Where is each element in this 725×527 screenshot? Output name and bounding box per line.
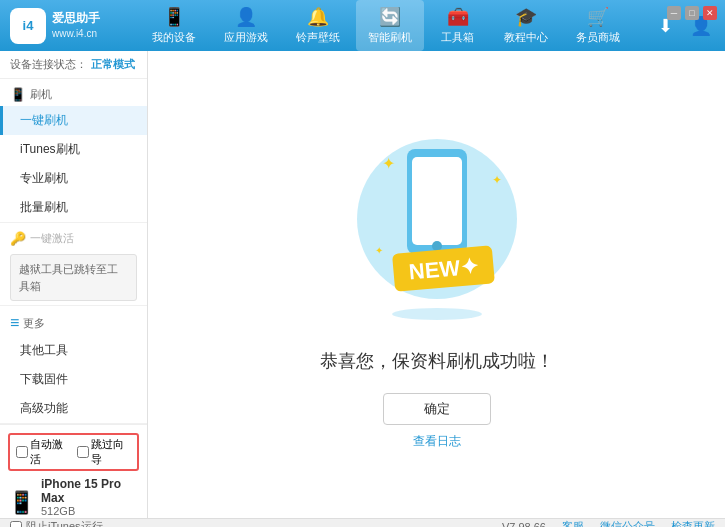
service-label: 务员商城: [576, 30, 620, 45]
check-update-link[interactable]: 检查更新: [671, 519, 715, 527]
sidebar-section-more: ≡ 更多 其他工具 下载固件 高级功能: [0, 306, 147, 424]
header: i4 爱思助手 www.i4.cn 📱 我的设备 👤 应用游戏 🔔 铃声壁纸 🔄: [0, 0, 725, 51]
sidebar-item-pro-flash[interactable]: 专业刷机: [0, 164, 147, 193]
tutorial-icon: 🎓: [515, 6, 537, 28]
flash-section-label: 刷机: [30, 87, 52, 102]
service-icon: 🛒: [587, 6, 609, 28]
main-area: 设备连接状态： 正常模式 📱 刷机 一键刷机 iTunes刷机 专业刷机: [0, 51, 725, 518]
itunes-block-checkbox[interactable]: [10, 521, 22, 528]
status-bar: 设备连接状态： 正常模式: [0, 51, 147, 79]
my-device-label: 我的设备: [152, 30, 196, 45]
smart-flash-icon: 🔄: [379, 6, 401, 28]
toolbox-label: 工具箱: [441, 30, 474, 45]
more-section-header: ≡ 更多: [0, 306, 147, 336]
nav-smart-flash[interactable]: 🔄 智能刷机: [356, 0, 424, 51]
sidebar-section-flash: 📱 刷机 一键刷机 iTunes刷机 专业刷机 批量刷机: [0, 79, 147, 223]
app-game-icon: 👤: [235, 6, 257, 28]
tutorial-label: 教程中心: [504, 30, 548, 45]
wechat-link[interactable]: 微信公众号: [600, 519, 655, 527]
logo-area: i4 爱思助手 www.i4.cn: [10, 8, 120, 44]
more-section-icon: ≡: [10, 314, 19, 332]
app-game-label: 应用游戏: [224, 30, 268, 45]
illustration-svg: ✦ ✦ ✦ NEW✦: [327, 119, 547, 339]
close-button[interactable]: ✕: [703, 6, 717, 20]
more-section-label: 更多: [23, 316, 45, 331]
footer-left: 阻止iTunes运行: [10, 519, 103, 527]
footer-right: V7.98.66 客服 微信公众号 检查更新: [502, 519, 715, 527]
svg-point-3: [432, 241, 442, 251]
nav-tabs: 📱 我的设备 👤 应用游戏 🔔 铃声壁纸 🔄 智能刷机 🧰 工具箱 🎓: [120, 0, 651, 51]
sidebar-section-activate: 🔑 一键激活 越狱工具已跳转至工具箱: [0, 223, 147, 306]
sidebar-item-itunes-flash[interactable]: iTunes刷机: [0, 135, 147, 164]
sidebar-item-advanced[interactable]: 高级功能: [0, 394, 147, 423]
nav-service[interactable]: 🛒 务员商城: [564, 0, 632, 51]
checkbox-highlight-area: 自动激活 跳过向导: [8, 433, 139, 471]
nav-tutorial[interactable]: 🎓 教程中心: [492, 0, 560, 51]
auto-activate-checkbox-container: 自动激活: [16, 437, 71, 467]
activate-notice: 越狱工具已跳转至工具箱: [10, 254, 137, 301]
itunes-label: 阻止iTunes运行: [26, 519, 103, 527]
svg-text:✦: ✦: [492, 173, 502, 187]
status-mode: 正常模式: [91, 57, 135, 72]
auto-activate-label[interactable]: 自动激活: [30, 437, 71, 467]
logo-name: 爱思助手: [52, 10, 100, 27]
device-name: iPhone 15 Pro Max: [41, 477, 139, 505]
other-tools-label: 其他工具: [20, 343, 68, 357]
maximize-button[interactable]: □: [685, 6, 699, 20]
log-link[interactable]: 查看日志: [413, 433, 461, 450]
minimize-button[interactable]: ─: [667, 6, 681, 20]
sidebar-item-onekey-flash[interactable]: 一键刷机: [0, 106, 147, 135]
confirm-button[interactable]: 确定: [383, 393, 491, 425]
nav-ringtone[interactable]: 🔔 铃声壁纸: [284, 0, 352, 51]
svg-rect-2: [412, 157, 462, 245]
smart-flash-label: 智能刷机: [368, 30, 412, 45]
flash-section-icon: 📱: [10, 87, 26, 102]
nav-my-device[interactable]: 📱 我的设备: [140, 0, 208, 51]
activate-section-icon: 🔑: [10, 231, 26, 246]
device-info-row: 📱 iPhone 15 Pro Max 512GB iPhone: [8, 477, 139, 518]
flash-section-header: 📱 刷机: [0, 79, 147, 106]
skip-guide-label[interactable]: 跳过向导: [91, 437, 132, 467]
device-phone-icon: 📱: [8, 490, 35, 516]
device-storage: 512GB: [41, 505, 139, 517]
logo-url: www.i4.cn: [52, 27, 100, 41]
footer: 阻止iTunes运行 V7.98.66 客服 微信公众号 检查更新: [0, 518, 725, 527]
nav-toolbox[interactable]: 🧰 工具箱: [428, 0, 488, 51]
toolbox-icon: 🧰: [447, 6, 469, 28]
advanced-label: 高级功能: [20, 401, 68, 415]
svg-text:✦: ✦: [375, 245, 383, 256]
sidebar-item-other-tools[interactable]: 其他工具: [0, 336, 147, 365]
auto-activate-checkbox[interactable]: [16, 446, 28, 458]
my-device-icon: 📱: [163, 6, 185, 28]
logo-icon: i4: [10, 8, 46, 44]
itunes-flash-label: iTunes刷机: [20, 142, 80, 156]
onekey-flash-label: 一键刷机: [20, 113, 68, 127]
svg-point-9: [392, 308, 482, 320]
sidebar-item-download-firmware[interactable]: 下载固件: [0, 365, 147, 394]
nav-app-game[interactable]: 👤 应用游戏: [212, 0, 280, 51]
phone-illustration: ✦ ✦ ✦ NEW✦: [327, 119, 547, 339]
download-firmware-label: 下载固件: [20, 372, 68, 386]
sidebar-item-batch-flash[interactable]: 批量刷机: [0, 193, 147, 222]
logo-text: 爱思助手 www.i4.cn: [52, 10, 100, 41]
success-text: 恭喜您，保资料刷机成功啦！: [320, 349, 554, 373]
activate-notice-text: 越狱工具已跳转至工具箱: [19, 263, 118, 292]
status-label: 设备连接状态：: [10, 57, 87, 72]
version-label: V7.98.66: [502, 521, 546, 528]
batch-flash-label: 批量刷机: [20, 200, 68, 214]
pro-flash-label: 专业刷机: [20, 171, 68, 185]
customer-service-link[interactable]: 客服: [562, 519, 584, 527]
content-area: ✦ ✦ ✦ NEW✦ 恭喜您，保资料刷机成功啦！ 确定 查看日志: [148, 51, 725, 518]
ringtone-label: 铃声壁纸: [296, 30, 340, 45]
ringtone-icon: 🔔: [307, 6, 329, 28]
device-details: iPhone 15 Pro Max 512GB iPhone: [41, 477, 139, 518]
activate-section-label: 一键激活: [30, 231, 74, 246]
svg-text:✦: ✦: [382, 155, 395, 172]
sidebar: 设备连接状态： 正常模式 📱 刷机 一键刷机 iTunes刷机 专业刷机: [0, 51, 148, 518]
sidebar-device-area: 自动激活 跳过向导 📱 iPhone 15 Pro Max 512GB iPho…: [0, 424, 147, 518]
skip-guide-checkbox-container: 跳过向导: [77, 437, 132, 467]
activate-section-header: 🔑 一键激活: [0, 223, 147, 250]
skip-guide-checkbox[interactable]: [77, 446, 89, 458]
